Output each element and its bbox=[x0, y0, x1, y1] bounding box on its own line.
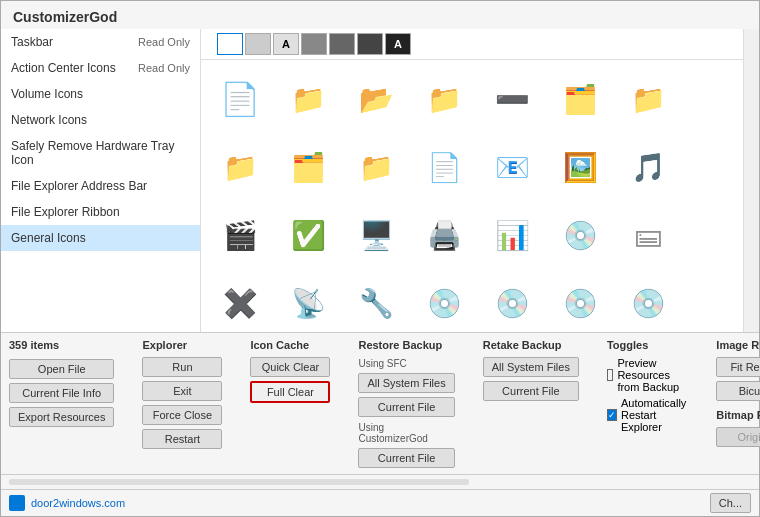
bicubic-button[interactable]: Bicubic bbox=[716, 381, 760, 401]
restart-button[interactable]: Restart bbox=[142, 429, 222, 449]
icon-grid: 📄 📁 📂 📁 ➖ 🗂️ 📁 📁 🗂️ 📁 📄 📧 🖼️ 🎵 🎬 ✅ 🖥️ bbox=[201, 60, 743, 332]
icon-cell[interactable]: 🖴 bbox=[617, 204, 679, 266]
icon-cell[interactable]: 💿 bbox=[617, 272, 679, 332]
restore-backup-section: Restore Backup Using SFC All System File… bbox=[358, 339, 454, 468]
icon-cell[interactable]: 🖥️ bbox=[345, 204, 407, 266]
content-area: A A 📄 📁 📂 📁 ➖ 🗂️ 📁 📁 🗂️ 📁 📄 bbox=[201, 29, 743, 332]
toolbar-a-white-btn[interactable]: A bbox=[273, 33, 299, 55]
icon-cell[interactable]: 📊 bbox=[481, 204, 543, 266]
icon-cell[interactable]: ✖️ bbox=[209, 272, 271, 332]
icon-cell[interactable]: 🖼️ bbox=[549, 136, 611, 198]
icon-cell[interactable]: 🗂️ bbox=[549, 68, 611, 130]
toolbar-white-btn[interactable] bbox=[217, 33, 243, 55]
main-window: CustomizerGod Taskbar Read Only Action C… bbox=[0, 0, 760, 517]
toolbar-gray2-btn[interactable] bbox=[301, 33, 327, 55]
icon-cell[interactable]: 💿 bbox=[549, 204, 611, 266]
toolbar-gray1-btn[interactable] bbox=[245, 33, 271, 55]
restore-all-system-files-button[interactable]: All System Files bbox=[358, 373, 454, 393]
icon-cell[interactable]: 🗂️ bbox=[277, 136, 339, 198]
icon-cell[interactable]: 🖨️ bbox=[413, 204, 475, 266]
original-button: Original bbox=[716, 427, 760, 447]
sidebar-item-action-center-icons[interactable]: Action Center Icons Read Only bbox=[1, 55, 200, 81]
icon-cell[interactable]: 📄 bbox=[209, 68, 271, 130]
icon-cache-label: Icon Cache bbox=[250, 339, 330, 351]
open-file-button[interactable]: Open File bbox=[9, 359, 114, 379]
sidebar-item-file-explorer-address[interactable]: File Explorer Address Bar bbox=[1, 173, 200, 199]
icon-cell[interactable]: 💿 bbox=[413, 272, 475, 332]
icon-cell[interactable]: 💿 bbox=[549, 272, 611, 332]
sidebar-item-general-icons[interactable]: General Icons bbox=[1, 225, 200, 251]
toggle-auto-restart[interactable]: ✓ Automatically Restart Explorer bbox=[607, 397, 688, 433]
retake-backup-section: Retake Backup All System Files Current F… bbox=[483, 339, 579, 401]
icon-cell[interactable]: 🎬 bbox=[209, 204, 271, 266]
sidebar-item-volume-icons[interactable]: Volume Icons bbox=[1, 81, 200, 107]
image-resize-label: Image R... bbox=[716, 339, 760, 351]
icon-cell[interactable]: 📁 bbox=[617, 68, 679, 130]
icon-cell[interactable]: 💿 bbox=[481, 272, 543, 332]
items-count: 359 items bbox=[9, 339, 114, 351]
icon-cell[interactable]: 📁 bbox=[277, 68, 339, 130]
icon-cell[interactable]: 📄 bbox=[413, 136, 475, 198]
toggles-label: Toggles bbox=[607, 339, 688, 351]
auto-restart-label: Automatically Restart Explorer bbox=[621, 397, 688, 433]
retake-current-file-button[interactable]: Current File bbox=[483, 381, 579, 401]
run-button[interactable]: Run bbox=[142, 357, 222, 377]
toolbar-gray4-btn[interactable] bbox=[357, 33, 383, 55]
icon-cell[interactable]: 📁 bbox=[345, 136, 407, 198]
restore-backup-label: Restore Backup bbox=[358, 339, 454, 351]
status-bar: door2windows.com Ch... bbox=[1, 489, 759, 516]
image-resize-section: Image R... Fit Resiz... Bicubic Bitmap R… bbox=[716, 339, 760, 447]
icon-cache-section: Icon Cache Quick Clear Full Clear bbox=[250, 339, 330, 403]
icon-cell[interactable]: ➖ bbox=[481, 68, 543, 130]
bitmap-r-label: Bitmap R... bbox=[716, 409, 760, 421]
icon-cell[interactable]: 📁 bbox=[413, 68, 475, 130]
icon-cell[interactable]: 📡 bbox=[277, 272, 339, 332]
sidebar-item-file-explorer-ribbon[interactable]: File Explorer Ribbon bbox=[1, 199, 200, 225]
current-file-info-button[interactable]: Current File Info bbox=[9, 383, 114, 403]
icon-cell[interactable]: 🔧 bbox=[345, 272, 407, 332]
title-bar: CustomizerGod bbox=[1, 1, 759, 29]
scrollbar[interactable] bbox=[743, 29, 759, 332]
fit-resize-button[interactable]: Fit Resiz... bbox=[716, 357, 760, 377]
logo-icon bbox=[9, 495, 25, 511]
restore-current-file-button[interactable]: Current File bbox=[358, 397, 454, 417]
auto-restart-checkbox[interactable]: ✓ bbox=[607, 409, 617, 421]
icon-cell[interactable]: ✅ bbox=[277, 204, 339, 266]
toggle-preview-resources[interactable]: Preview Resources from Backup bbox=[607, 357, 688, 393]
preview-resources-checkbox[interactable] bbox=[607, 369, 613, 381]
website-link[interactable]: door2windows.com bbox=[31, 497, 125, 509]
full-clear-button[interactable]: Full Clear bbox=[250, 381, 330, 403]
items-section: 359 items Open File Current File Info Ex… bbox=[9, 339, 114, 427]
force-close-button[interactable]: Force Close bbox=[142, 405, 222, 425]
sidebar: Taskbar Read Only Action Center Icons Re… bbox=[1, 29, 201, 332]
restore-customizergod-current-file-button[interactable]: Current File bbox=[358, 448, 454, 468]
sidebar-item-network-icons[interactable]: Network Icons bbox=[1, 107, 200, 133]
restore-using-customizergod-label: Using CustomizerGod bbox=[358, 422, 454, 444]
app-title: CustomizerGod bbox=[13, 9, 117, 25]
bottom-bar: 359 items Open File Current File Info Ex… bbox=[1, 332, 759, 474]
progress-bar[interactable] bbox=[9, 479, 469, 485]
icon-cell[interactable]: 📁 bbox=[209, 136, 271, 198]
exit-button[interactable]: Exit bbox=[142, 381, 222, 401]
toolbar-a-black-btn[interactable]: A bbox=[385, 33, 411, 55]
explorer-section: Explorer Run Exit Force Close Restart bbox=[142, 339, 222, 449]
sidebar-item-safely-remove[interactable]: Safely Remove Hardware Tray Icon bbox=[1, 133, 200, 173]
ch-button[interactable]: Ch... bbox=[710, 493, 751, 513]
toggles-section: Toggles Preview Resources from Backup ✓ … bbox=[607, 339, 688, 433]
toolbar-gray3-btn[interactable] bbox=[329, 33, 355, 55]
quick-clear-button[interactable]: Quick Clear bbox=[250, 357, 330, 377]
main-area: Taskbar Read Only Action Center Icons Re… bbox=[1, 29, 759, 332]
sidebar-item-taskbar[interactable]: Taskbar Read Only bbox=[1, 29, 200, 55]
icon-cell[interactable]: 🎵 bbox=[617, 136, 679, 198]
retake-backup-label: Retake Backup bbox=[483, 339, 579, 351]
icon-cell[interactable]: 📧 bbox=[481, 136, 543, 198]
restore-using-sfc-label: Using SFC bbox=[358, 358, 454, 369]
icon-cell[interactable]: 📂 bbox=[345, 68, 407, 130]
explorer-label: Explorer bbox=[142, 339, 222, 351]
export-resources-button[interactable]: Export Resources bbox=[9, 407, 114, 427]
preview-resources-label: Preview Resources from Backup bbox=[617, 357, 688, 393]
toolbar-top: A A bbox=[201, 29, 743, 60]
retake-all-system-files-button[interactable]: All System Files bbox=[483, 357, 579, 377]
